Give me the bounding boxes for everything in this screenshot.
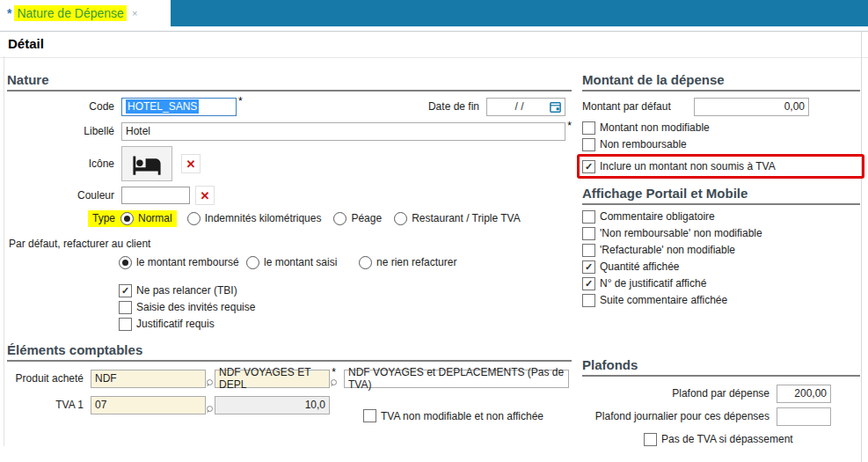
checkbox-quantite-affichee[interactable]: ✓ Quantité affichée <box>582 259 860 275</box>
radio-label: le montant remboursé <box>136 256 239 268</box>
plafond-depense-input[interactable]: 200,00 <box>777 385 831 403</box>
plafond-journalier-row: Plafond journalier pour ces dépenses <box>582 407 831 426</box>
code-required-asterisk: * <box>238 97 243 106</box>
right-column: Montant de la dépense Montant par défaut… <box>582 55 860 447</box>
nature-flags: ✓ Ne pas relancer (TBI) ✓ Saisie des inv… <box>119 282 572 332</box>
checkbox-suite-commentaire-affichee[interactable]: ✓ Suite commentaire affichée <box>582 292 860 308</box>
checkbox-tva-non-modifiable[interactable]: ✓ TVA non modifiable et non affichée <box>363 408 543 424</box>
couleur-row: Couleur ✕ <box>7 185 572 206</box>
calendar-icon[interactable] <box>549 100 562 114</box>
checkbox-box: ✓ <box>582 277 595 290</box>
plafond-journalier-input[interactable] <box>777 407 831 426</box>
checkbox-box: ✓ <box>582 260 595 274</box>
radio-circle <box>120 212 134 225</box>
checkbox-label: Inclure un montant non soumis à TVA <box>600 160 776 172</box>
produit-code-input[interactable]: NDF <box>91 370 206 388</box>
libelle-input[interactable]: Hotel <box>121 122 565 141</box>
radio-type-normal[interactable]: Normal <box>120 212 172 225</box>
lookup-magnifier-icon[interactable] <box>331 379 337 385</box>
radio-type-restaurant[interactable]: Restaurant / Triple TVA <box>394 212 521 225</box>
checkbox-justificatif-requis[interactable]: ✓ Justificatif requis <box>119 316 572 332</box>
montant-flags: ✓ Montant non modifiable ✓ Non remboursa… <box>582 120 860 179</box>
radio-dot <box>250 260 256 266</box>
section-nature-title: Nature <box>7 72 572 92</box>
nature-de-depense-window: * Nature de Dépense × Détail Nature Code… <box>0 0 868 462</box>
lookup-magnifier-icon[interactable] <box>207 379 213 385</box>
left-column: Nature Code HOTEL_SANS * Date de fin / / <box>7 55 572 414</box>
couleur-label: Couleur <box>7 189 121 202</box>
code-selected-text: HOTEL_SANS <box>126 99 199 114</box>
code-label: Code <box>7 100 121 113</box>
radio-type-indemnites[interactable]: Indemnités kilométriques <box>187 212 322 225</box>
checkbox-label: Commentaire obligatoire <box>600 210 715 223</box>
checkbox-pas-de-tva-si-depassement[interactable]: ✓ Pas de TVA si dépassement <box>644 431 860 447</box>
panel-right-border <box>861 32 862 462</box>
tva-taux-field: 10,0 <box>215 396 330 414</box>
type-highlight: Type Normal <box>88 210 177 227</box>
check-icon: ✓ <box>585 162 593 172</box>
date-fin-label: Date de fin <box>428 100 486 113</box>
checkbox-label: Suite commentaire affichée <box>600 294 727 306</box>
checkbox-label: Saisie des invités requise <box>136 301 255 313</box>
checkbox-label: 'Refacturable' non modifiable <box>600 244 735 256</box>
checkbox-label: Quantité affichée <box>600 260 680 273</box>
checkbox-box: ✓ <box>582 227 595 240</box>
section-plafonds-title: Plafonds <box>582 357 860 377</box>
checkbox-saisie-invites[interactable]: ✓ Saisie des invités requise <box>119 299 572 315</box>
checkbox-non-remboursable-non-modifiable[interactable]: ✓ 'Non remboursable' non modifiable <box>582 225 860 241</box>
montant-defaut-row: Montant par défaut 0,00 <box>582 97 860 116</box>
checkbox-box: ✓ <box>363 409 376 422</box>
tab-close-icon[interactable]: × <box>132 9 137 18</box>
checkbox-label: TVA non modifiable et non affichée <box>381 410 543 422</box>
couleur-picker-button[interactable] <box>121 187 190 204</box>
radio-circle <box>119 256 132 269</box>
refacturer-label: Par défaut, refacturer au client <box>9 238 572 251</box>
checkbox-box: ✓ <box>582 121 595 135</box>
lookup-magnifier-icon[interactable] <box>207 406 213 412</box>
checkbox-box: ✓ <box>119 301 132 314</box>
icone-picker-button[interactable] <box>121 146 172 181</box>
checkbox-refacturable-non-modifiable[interactable]: ✓ 'Refacturable' non modifiable <box>582 242 860 258</box>
radio-montant-rembourse[interactable]: le montant remboursé <box>119 256 246 269</box>
type-row: Type Normal Indemnités kilométriques Péa… <box>7 209 572 227</box>
radio-ne-rien-refacturer[interactable]: ne rien refacturer <box>359 256 456 269</box>
couleur-clear-icon[interactable]: ✕ <box>195 186 215 205</box>
code-input[interactable]: HOTEL_SANS <box>121 98 237 116</box>
tva-code-value: 07 <box>95 399 106 411</box>
tab-bar: * Nature de Dépense × <box>0 0 868 26</box>
date-fin-input[interactable]: / / <box>486 98 565 116</box>
checkbox-label: Justificatif requis <box>136 318 215 330</box>
checkbox-inclure-montant-non-soumis-tva[interactable]: ✓ Inclure un montant non soumis à TVA <box>582 158 859 174</box>
panel-left-border <box>4 56 4 446</box>
produit-row: Produit acheté NDF NDF VOYAGES ET DEPL *… <box>7 369 572 388</box>
radio-circle <box>394 212 407 225</box>
tva-label: TVA 1 <box>7 399 91 411</box>
montant-defaut-input[interactable]: 0,00 <box>694 98 809 116</box>
tab-nature-de-depense[interactable]: * Nature de Dépense × <box>0 0 171 26</box>
tva-taux-value: 10,0 <box>305 399 325 411</box>
produit-court-wrap: NDF VOYAGES ET DEPL * <box>215 370 330 388</box>
checkbox-montant-non-modifiable[interactable]: ✓ Montant non modifiable <box>582 120 860 136</box>
checkbox-num-justificatif-affiche[interactable]: ✓ N° de justificatif affiché <box>582 275 860 291</box>
checkbox-box: ✓ <box>582 294 595 307</box>
tva-code-input[interactable]: 07 <box>91 396 206 414</box>
libelle-required-asterisk: * <box>567 121 572 131</box>
unsaved-marker: * <box>7 6 11 20</box>
plafond-depense-row: Plafond par dépense 200,00 <box>582 384 831 403</box>
produit-libelle-long-field: NDF VOYAGES et DEPLACEMENTS (Pas de TVA) <box>344 370 569 388</box>
checkbox-commentaire-obligatoire[interactable]: ✓ Commentaire obligatoire <box>582 209 860 224</box>
icone-label: Icône <box>7 158 121 170</box>
code-row: Code HOTEL_SANS * Date de fin / / <box>7 97 572 116</box>
form-content: Nature Code HOTEL_SANS * Date de fin / / <box>0 55 868 462</box>
checkbox-non-remboursable[interactable]: ✓ Non remboursable <box>582 136 860 152</box>
produit-libelle-court-input[interactable]: NDF VOYAGES ET DEPL <box>215 370 330 388</box>
bed-icon <box>132 152 162 175</box>
radio-montant-saisi[interactable]: le montant saisi <box>246 256 359 269</box>
section-comptables-title: Éléments comptables <box>7 342 572 362</box>
check-icon: ✓ <box>121 286 129 296</box>
checkbox-label: 'Non remboursable' non modifiable <box>600 227 762 239</box>
checkbox-label: Montant non modifiable <box>600 121 710 134</box>
radio-type-peage[interactable]: Péage <box>333 212 382 225</box>
icone-clear-icon[interactable]: ✕ <box>181 154 201 173</box>
checkbox-ne-pas-relancer[interactable]: ✓ Ne pas relancer (TBI) <box>119 282 572 298</box>
